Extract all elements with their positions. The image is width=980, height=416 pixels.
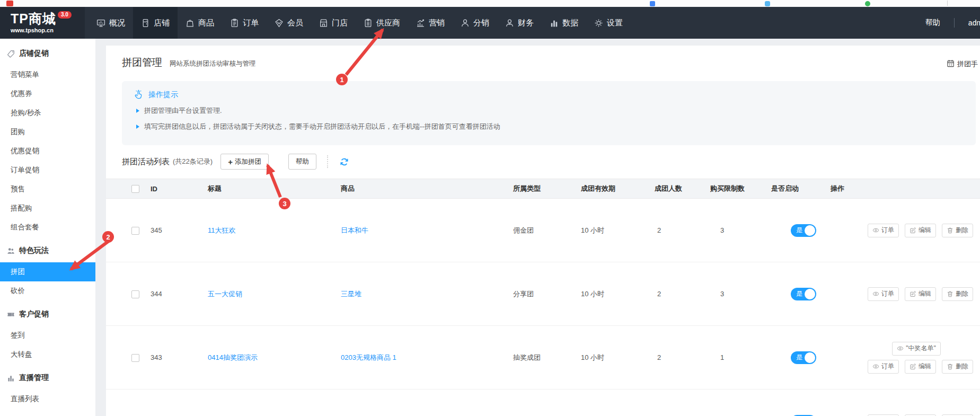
nav-item[interactable]: 财务	[497, 7, 542, 39]
order-button[interactable]: 订单	[868, 287, 899, 301]
order-button[interactable]: 订单	[868, 414, 899, 416]
product-link[interactable]: 三星堆	[341, 290, 361, 298]
sidebar-item[interactable]: 抢购/秒杀	[0, 103, 95, 122]
nav-items: 概况 店铺 商品 订单 会员 门店 供应	[85, 7, 631, 39]
cell-group-size: 2	[655, 353, 710, 361]
overview-icon	[96, 19, 105, 28]
nav-item[interactable]: 门店	[311, 7, 356, 39]
sidebar-item[interactable]: 营销菜单	[0, 65, 95, 84]
nav-item[interactable]: 数据	[542, 7, 586, 39]
select-all-checkbox[interactable]	[131, 185, 139, 193]
browser-favicon	[6, 1, 13, 6]
nav-item-label: 数据	[562, 18, 578, 28]
nav-item-label: 门店	[332, 18, 348, 28]
column-header: 成团有效期	[581, 184, 655, 193]
nav-item[interactable]: 订单	[222, 7, 267, 39]
toggle-label: 是	[796, 227, 802, 233]
activity-title-link[interactable]: 五一大促销	[208, 290, 242, 298]
sidebar-section-header: 店铺促销	[0, 44, 95, 63]
product-link[interactable]: 0203无规格商品 1	[341, 353, 396, 361]
sidebar-item[interactable]: 砍价	[0, 281, 95, 300]
settings-icon	[594, 19, 603, 28]
enabled-toggle[interactable]: 是	[791, 288, 816, 300]
delete-button[interactable]: 删除	[942, 287, 973, 301]
sidebar-item[interactable]: 签到	[0, 326, 95, 345]
delete-button[interactable]: 删除	[942, 414, 973, 416]
bullet-triangle-icon	[136, 125, 139, 129]
row-actions: "中奖名单" 订单	[868, 342, 965, 374]
sidebar-item[interactable]: 直播列表	[0, 390, 95, 409]
activity-title-link[interactable]: 0414抽奖团演示	[208, 353, 258, 361]
sidebar-item[interactable]: 优惠券	[0, 84, 95, 103]
members-icon	[275, 19, 284, 28]
refresh-icon	[340, 157, 349, 166]
calendar-icon	[947, 59, 955, 69]
sidebar-item[interactable]: 订单促销	[0, 161, 95, 180]
activity-title-link[interactable]: 11大狂欢	[208, 226, 236, 234]
row-checkbox[interactable]	[131, 227, 139, 235]
sidebar-item[interactable]: 拼团	[0, 262, 95, 281]
nav-item[interactable]: 分销	[453, 7, 497, 39]
order-button[interactable]: 订单	[868, 360, 899, 374]
edit-button[interactable]: 编辑	[905, 224, 936, 237]
nav-item[interactable]: 会员	[267, 7, 311, 39]
orders-icon	[230, 19, 239, 28]
table-row: 343 0414抽奖团演示 0203无规格商品 1 抽奖成团 10 小时 2 1…	[106, 326, 980, 390]
bullet-triangle-icon	[136, 109, 139, 113]
column-header: 操作	[831, 184, 980, 193]
browser-status-icon	[865, 1, 870, 6]
edit-button[interactable]: 编辑	[905, 414, 936, 416]
enabled-toggle[interactable]: 是	[791, 224, 816, 237]
edit-button[interactable]: 编辑	[905, 287, 936, 301]
order-button[interactable]: 订单	[868, 224, 899, 237]
nav-item[interactable]: 概况	[89, 7, 133, 39]
delete-button[interactable]: 删除	[942, 360, 973, 374]
winners-button[interactable]: "中奖名单"	[892, 342, 941, 356]
nav-item[interactable]: 店铺	[133, 7, 178, 39]
tips-line: 拼团管理由平台设置管理.	[136, 106, 964, 116]
data-icon	[550, 19, 559, 28]
manual-label: 拼团手	[957, 59, 978, 69]
sidebar-item[interactable]: 团购	[0, 122, 95, 141]
sidebar: 店铺促销 营销菜单优惠券抢购/秒杀团购优惠促销订单促销预售搭配购组合套餐 特色玩…	[0, 39, 95, 416]
cell-type: 佣金团	[513, 226, 581, 235]
nav-item-label: 店铺	[154, 18, 170, 28]
eye-icon	[872, 290, 879, 297]
tips-title: 操作提示	[134, 90, 964, 100]
eye-icon	[872, 227, 879, 234]
row-checkbox[interactable]	[131, 354, 139, 362]
user-menu[interactable]: admin	[968, 19, 980, 27]
sidebar-section-header: 特色玩法	[0, 241, 95, 260]
help-button[interactable]: 帮助	[288, 154, 316, 170]
nav-item[interactable]: 商品	[178, 7, 222, 39]
eye-icon	[872, 363, 879, 370]
help-link[interactable]: 帮助	[925, 18, 940, 28]
logo[interactable]: TP商城 3.0 www.tpshop.cn	[0, 7, 85, 39]
sidebar-item[interactable]: 预售	[0, 180, 95, 199]
sidebar-item[interactable]: 大转盘	[0, 345, 95, 364]
add-group-button[interactable]: + 添加拼团	[220, 154, 269, 170]
refresh-icon[interactable]	[340, 157, 349, 166]
sidebar-item[interactable]: 优惠促销	[0, 141, 95, 161]
cell-id: 344	[151, 290, 208, 298]
nav-item[interactable]: 设置	[586, 7, 631, 39]
browser-extension-icon	[765, 1, 770, 6]
sidebar-item[interactable]: 搭配购	[0, 199, 95, 218]
distribution-icon	[461, 19, 470, 28]
edit-button[interactable]: 编辑	[905, 360, 936, 374]
toggle-label: 是	[796, 354, 802, 360]
manual-link[interactable]: 拼团手	[947, 59, 978, 69]
enabled-toggle[interactable]: 是	[791, 351, 816, 364]
nav-item[interactable]: 营销	[408, 7, 453, 39]
nav-item[interactable]: 供应商	[356, 7, 408, 39]
calendar-icon	[947, 59, 955, 67]
browser-strip	[0, 0, 980, 7]
tips-line: 填写完拼团信息以后，拼团活动属于关闭状态，需要手动开启拼团活动开启以后，在手机端…	[136, 122, 964, 131]
sidebar-item[interactable]: 组合套餐	[0, 218, 95, 237]
delete-button[interactable]: 删除	[942, 224, 973, 237]
shop-icon	[141, 19, 150, 28]
column-header: 所属类型	[513, 184, 581, 193]
row-checkbox[interactable]	[131, 290, 139, 298]
product-link[interactable]: 日本和牛	[341, 226, 368, 234]
hand-pointer-icon	[134, 90, 144, 100]
